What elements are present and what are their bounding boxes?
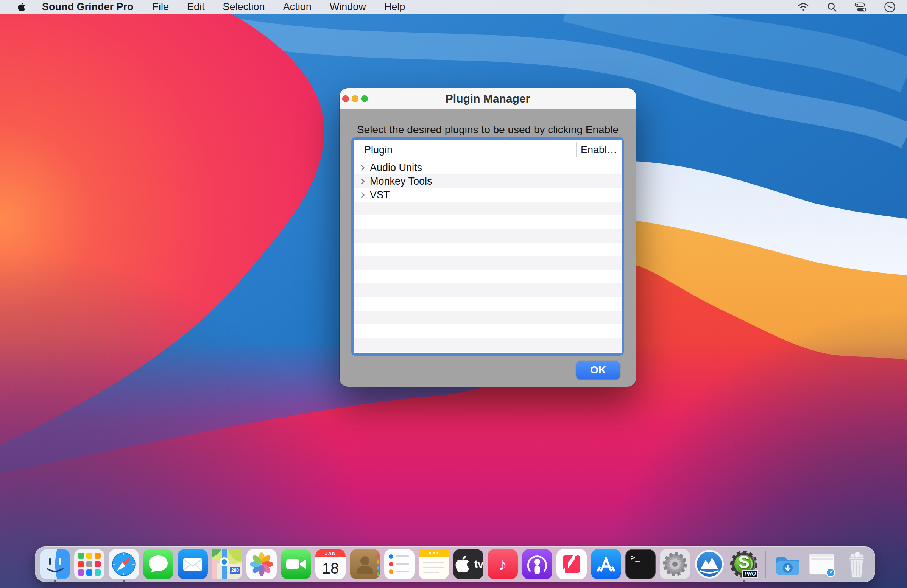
dock-item-contacts[interactable]: [350, 549, 380, 579]
row-label: VST: [370, 189, 390, 201]
window-title: Plugin Manager: [340, 88, 636, 109]
dock-item-terminal[interactable]: >_: [625, 549, 655, 579]
maps-icon: [212, 549, 242, 579]
menu-edit[interactable]: Edit: [187, 1, 205, 13]
minimized-safari-window: [807, 549, 837, 579]
notes-icon: [419, 549, 449, 579]
apple-menu-icon[interactable]: [17, 2, 27, 12]
dock-item-launchpad[interactable]: [74, 549, 104, 579]
chevron-right-icon[interactable]: [359, 192, 365, 198]
apple-logo-glyph: [453, 549, 473, 579]
row-label: Monkey Tools: [370, 176, 432, 187]
menu-selection[interactable]: Selection: [223, 1, 265, 13]
dock-item-messages[interactable]: [143, 549, 173, 579]
pro-badge: PRO: [742, 570, 758, 578]
dock-item-minimized-window[interactable]: [807, 549, 837, 579]
search-icon[interactable]: [826, 1, 838, 13]
menubar-status-area: [797, 1, 896, 13]
finder-icon: [40, 549, 70, 579]
dock-item-facetime[interactable]: [281, 549, 311, 579]
dock: 280: [35, 546, 875, 582]
news-icon: [556, 549, 587, 579]
downloads-folder-icon: [772, 549, 803, 579]
table-row-vst[interactable]: VST: [354, 188, 622, 202]
dock-item-finder[interactable]: [40, 549, 70, 579]
dock-item-trash[interactable]: [841, 549, 872, 579]
dock-item-reminders[interactable]: [384, 549, 415, 579]
chevron-right-icon[interactable]: [359, 165, 365, 171]
plugin-table[interactable]: Plugin Enabl… Audio Units Monkey Tools V…: [351, 137, 624, 356]
menu-file[interactable]: File: [152, 1, 169, 13]
mail-icon: [178, 549, 208, 579]
table-body: Audio Units Monkey Tools VST: [354, 161, 622, 353]
menu-action[interactable]: Action: [283, 1, 312, 13]
dock-item-mail[interactable]: [178, 549, 208, 579]
dock-item-sound-grinder-pro[interactable]: S PRO: [729, 549, 759, 579]
terminal-prompt-glyph: >_: [631, 553, 640, 562]
facetime-icon: [281, 549, 311, 579]
dock-item-music[interactable]: ♪: [487, 549, 518, 579]
menubar-app-name[interactable]: Sound Grinder Pro: [42, 1, 134, 13]
photos-icon: [247, 549, 277, 579]
tv-label: tv: [474, 559, 483, 570]
dock-item-notes[interactable]: [419, 549, 449, 579]
column-header-enable[interactable]: Enabl…: [581, 140, 617, 160]
clock-icon[interactable]: [883, 1, 896, 13]
dock-item-system-preferences[interactable]: [660, 549, 690, 579]
column-divider[interactable]: [576, 142, 577, 157]
row-label: Audio Units: [370, 162, 422, 174]
wifi-icon[interactable]: [797, 1, 809, 13]
ok-button[interactable]: OK: [576, 361, 620, 379]
maps-route-badge: 280: [230, 567, 240, 574]
dock-item-apple-tv[interactable]: tv: [453, 549, 483, 579]
menu-items: File Edit Selection Action Window Help: [152, 1, 405, 13]
table-header: Plugin Enabl…: [354, 140, 622, 160]
safari-icon: [109, 549, 139, 579]
menu-help[interactable]: Help: [384, 1, 405, 13]
column-header-plugin[interactable]: Plugin: [364, 140, 393, 160]
control-center-icon[interactable]: [855, 1, 867, 13]
reminders-icon: [384, 549, 415, 579]
window-titlebar[interactable]: Plugin Manager: [340, 88, 636, 109]
dock-item-app-store[interactable]: [591, 549, 621, 579]
desktop: Sound Grinder Pro File Edit Selection Ac…: [0, 0, 907, 588]
menu-window[interactable]: Window: [330, 1, 366, 13]
music-note-icon: ♪: [498, 554, 507, 574]
dock-item-photos[interactable]: [247, 549, 277, 579]
podcasts-icon: [522, 549, 552, 579]
chevron-right-icon[interactable]: [359, 178, 365, 184]
app-store-icon: [591, 549, 621, 579]
contacts-icon: [350, 549, 380, 579]
dock-item-safari[interactable]: [109, 549, 139, 579]
dock-item-news[interactable]: [556, 549, 587, 579]
sound-grinder-letter: S: [729, 552, 759, 572]
plugin-manager-window: Plugin Manager Select the desired plugin…: [340, 88, 636, 387]
table-row-audio-units[interactable]: Audio Units: [354, 161, 622, 174]
dock-item-app-cleaner[interactable]: [694, 549, 724, 579]
mountain-circle-icon: [694, 549, 724, 579]
menu-bar: Sound Grinder Pro File Edit Selection Ac…: [0, 0, 907, 14]
calendar-day-label: 18: [315, 558, 346, 579]
dock-item-downloads-folder[interactable]: [772, 549, 803, 579]
dock-item-podcasts[interactable]: [522, 549, 552, 579]
dock-item-calendar[interactable]: JAN 18: [315, 549, 346, 579]
dock-item-maps[interactable]: 280: [212, 549, 242, 579]
messages-icon: [143, 549, 173, 579]
trash-full-icon: [841, 549, 872, 579]
dock-divider: [765, 551, 766, 578]
dialog-instruction: Select the desired plugins to be used by…: [340, 124, 636, 136]
gear-icon: [660, 549, 690, 579]
table-row-monkey-tools[interactable]: Monkey Tools: [354, 174, 622, 188]
calendar-month-label: JAN: [315, 549, 346, 558]
